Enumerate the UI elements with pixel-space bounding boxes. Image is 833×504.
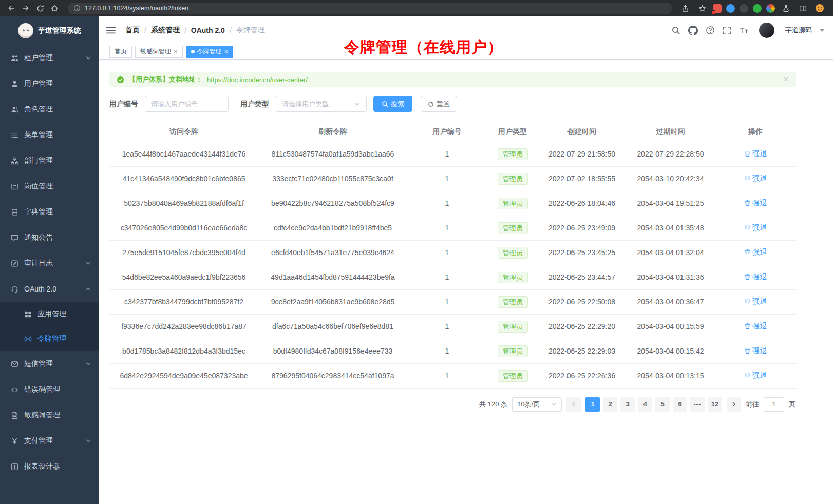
access-token-cell: 41c41346a548490f9dc8b01c6bfe0865 [109, 166, 258, 191]
extension-green-icon[interactable] [753, 4, 762, 13]
sidebar-item[interactable]: 字典管理 [0, 199, 99, 225]
force-logout-button[interactable]: 强退 [744, 273, 767, 282]
sidebar-item-label: 租户管理 [24, 53, 80, 63]
expire-time-cell: 2054-03-04 00:15:42 [626, 339, 715, 363]
share-icon[interactable] [679, 2, 691, 14]
github-icon[interactable] [688, 26, 698, 35]
forward-icon[interactable] [20, 2, 32, 14]
column-header: 创建时间 [538, 123, 626, 142]
sidebar-item[interactable]: 通知公告 [0, 225, 99, 250]
next-page-button[interactable] [727, 397, 741, 412]
search-icon[interactable] [671, 26, 680, 35]
force-logout-button[interactable]: 强退 [744, 297, 767, 306]
site-info-icon[interactable] [73, 5, 81, 12]
sidebar-item[interactable]: 租户管理 [0, 45, 99, 71]
pager-ellipsis[interactable]: ••• [690, 397, 705, 412]
sidebar-item[interactable]: 用户管理 [0, 71, 99, 96]
page-button-12[interactable]: 12 [708, 397, 722, 412]
alert-link[interactable]: https://doc.iocoder.cn/user-center/ [207, 76, 308, 84]
search-icon [382, 101, 388, 107]
force-logout-button[interactable]: 强退 [744, 248, 767, 257]
prev-page-button[interactable] [566, 397, 581, 412]
page-button-2[interactable]: 2 [603, 397, 617, 412]
page-button-4[interactable]: 4 [638, 397, 652, 412]
reset-button[interactable]: 重置 [421, 96, 457, 112]
page-size-select[interactable]: 10条/页 [512, 397, 562, 412]
fullscreen-icon[interactable] [723, 26, 731, 35]
sidebar-item[interactable]: OAuth 2.0 [0, 276, 99, 302]
sidebar-item[interactable]: 敏感词管理 [0, 402, 99, 428]
extension-dark-icon[interactable] [740, 4, 748, 13]
user-type-badge: 管理员 [498, 198, 528, 209]
column-header: 用户类型 [487, 123, 538, 142]
table-row: 275e5de9151045fe87cbdc395e004f4de6cfd40e… [109, 240, 796, 265]
help-icon[interactable] [706, 26, 715, 35]
force-logout-button[interactable]: 强退 [744, 371, 767, 380]
search-button[interactable]: 搜索 [373, 96, 412, 112]
force-logout-button[interactable]: 强退 [744, 346, 767, 356]
force-logout-button[interactable]: 强退 [744, 322, 767, 331]
force-logout-button[interactable]: 强退 [744, 174, 767, 183]
force-logout-button[interactable]: 强退 [744, 223, 767, 232]
user-name[interactable]: 芋道源码 [785, 26, 812, 35]
sidebar-item[interactable]: 角色管理 [0, 96, 99, 122]
force-logout-button[interactable]: 强退 [744, 199, 767, 208]
page-content: 【用户体系】文档地址： https://doc.iocoder.cn/user-… [109, 60, 796, 412]
profile-avatar[interactable] [813, 2, 826, 14]
sidebar-item[interactable]: 菜单管理 [0, 122, 99, 148]
page-button-1[interactable]: 1 [585, 397, 600, 412]
close-icon[interactable]: × [174, 48, 178, 55]
reload-icon[interactable] [34, 2, 46, 14]
tab-active[interactable]: 令牌管理× [186, 46, 234, 58]
sidebar-item[interactable]: 错误码管理 [0, 377, 99, 402]
sidebar-item[interactable]: 审计日志 [0, 250, 99, 276]
user-type-placeholder: 请选择用户类型 [282, 100, 329, 109]
extension-colorful-icon[interactable] [766, 4, 775, 13]
sidebar-item[interactable]: 岗位管理 [0, 173, 99, 199]
hamburger-icon[interactable] [106, 25, 116, 35]
create-time-cell: 2022-06-25 23:49:09 [538, 216, 626, 240]
alert-close-icon[interactable]: × [784, 75, 788, 84]
app-logo[interactable]: 芋道管理系统 [0, 16, 99, 45]
access-token-cell: 54d6be82ee5a460a9aedc1f9bf223656 [109, 265, 258, 289]
home-icon[interactable] [48, 2, 61, 14]
split-view-icon[interactable] [797, 2, 809, 14]
page-button-3[interactable]: 3 [620, 397, 635, 412]
extension-flask-icon[interactable] [780, 2, 792, 14]
chevron-down-icon [551, 401, 557, 408]
force-logout-button[interactable]: 强退 [744, 149, 767, 159]
breadcrumb-item[interactable]: 首页 [125, 26, 140, 35]
breadcrumb-item[interactable]: 系统管理 [151, 26, 180, 35]
user-avatar[interactable] [759, 23, 774, 38]
sidebar-item[interactable]: 应用管理 [0, 302, 99, 326]
sidebar-item[interactable]: 令牌管理 [0, 326, 99, 351]
chevron-up-icon [85, 286, 91, 292]
sidebar-item[interactable]: 报表设计器 [0, 454, 99, 479]
sidebar-item[interactable]: 短信管理 [0, 351, 99, 377]
action-cell: 强退 [715, 314, 796, 339]
tags-view: 首页敏感词管理×令牌管理× [99, 44, 833, 60]
breadcrumb-item[interactable]: OAuth 2.0 [191, 26, 225, 34]
chevron-down-icon [85, 55, 91, 61]
log-icon [10, 260, 18, 267]
tab-item[interactable]: 首页 [109, 46, 132, 58]
user-id-input[interactable] [145, 96, 229, 112]
sidebar: 芋道管理系统 租户管理用户管理角色管理菜单管理部门管理岗位管理字典管理通知公告审… [0, 16, 99, 504]
caret-down-icon[interactable] [820, 29, 825, 32]
font-size-icon[interactable] [739, 27, 749, 34]
refresh-token-cell: b0df4980ffd34c67a08f9156e4eee733 [258, 339, 407, 363]
page-button-6[interactable]: 6 [673, 397, 687, 412]
sidebar-item[interactable]: 支付管理 [0, 428, 99, 454]
extension-red-icon[interactable] [713, 4, 722, 13]
address-bar[interactable]: 127.0.0.1:1024/system/oauth2/token [68, 3, 672, 14]
extension-blue-icon[interactable] [726, 4, 735, 13]
bookmark-star-icon[interactable] [696, 2, 708, 14]
goto-page-input[interactable] [764, 397, 784, 412]
back-icon[interactable] [5, 2, 17, 14]
tab-item[interactable]: 敏感词管理× [135, 46, 183, 58]
user-id-cell: 1 [407, 166, 487, 191]
sidebar-item[interactable]: 部门管理 [0, 148, 99, 173]
user-type-select[interactable]: 请选择用户类型 [276, 96, 367, 112]
page-button-5[interactable]: 5 [655, 397, 670, 412]
close-icon[interactable]: × [224, 48, 229, 55]
